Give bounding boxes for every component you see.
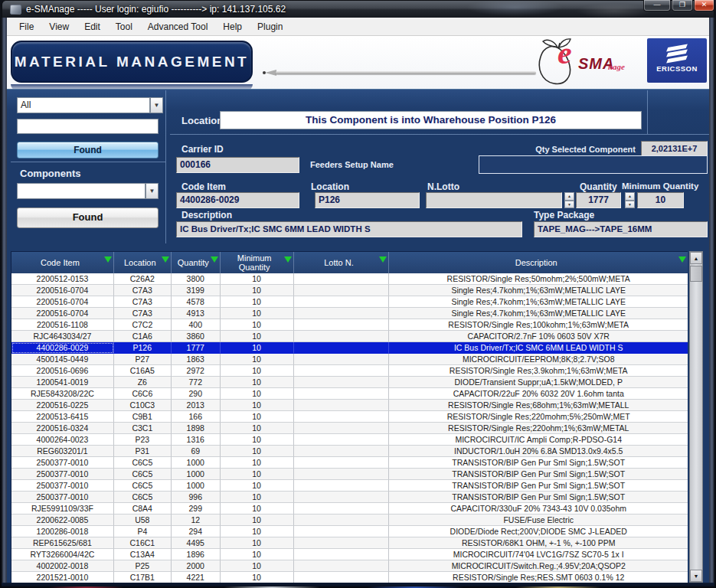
cell-lotto[interactable] xyxy=(294,377,390,388)
cell-lotto[interactable] xyxy=(294,469,390,480)
title-bar[interactable]: e-SMAnage ----- User login: egiufio ----… xyxy=(2,0,714,18)
cell-description[interactable]: TRANSISTOR/BIP Gen Pur Sml Sign;1.5W;SOT xyxy=(389,492,688,503)
cell-code-item[interactable]: REG603201/1 xyxy=(11,446,114,457)
cell-lotto[interactable] xyxy=(294,503,390,514)
cell-location[interactable]: C9B1 xyxy=(114,411,172,423)
cell-quantity[interactable]: 996 xyxy=(172,492,221,503)
cell-location[interactable]: C8A4 xyxy=(114,503,172,514)
table-row[interactable]: 2200516-0704C7A3319910Single Res;4.7kohm… xyxy=(11,285,688,296)
cell-description[interactable]: CAPACITOR/22uF 20% 6032 20V 1.6ohm tanta xyxy=(389,388,688,400)
cell-description[interactable]: RESISTOR/Single Res;100kohm;1%;63mW;META xyxy=(389,319,688,331)
cell-quantity[interactable]: 294 xyxy=(172,526,221,537)
cell-min-quantity[interactable]: 10 xyxy=(221,480,294,492)
table-row[interactable]: 4400286-0029P126177710IC Bus Driver/Tx;I… xyxy=(11,342,688,354)
cell-code-item[interactable]: 2500377-0010 xyxy=(11,492,114,503)
cell-lotto[interactable] xyxy=(294,365,390,377)
cell-code-item[interactable]: RJE5843208/22C xyxy=(11,388,114,400)
cell-quantity[interactable]: 166 xyxy=(172,411,221,423)
table-row[interactable]: RJE5991109/33FC8A429910CAPACITOR/330uF 2… xyxy=(11,503,688,514)
cell-lotto[interactable] xyxy=(294,434,390,446)
table-row[interactable]: 4500145-0449P27186310MICROCIRCUIT/EEPROM… xyxy=(11,354,688,365)
cell-description[interactable]: RESISTOR/Single Res;50mohm;2%;500mW;META xyxy=(389,273,688,285)
cell-quantity[interactable]: 1316 xyxy=(172,434,221,446)
cell-quantity[interactable]: 2013 xyxy=(172,400,221,411)
cell-lotto[interactable] xyxy=(294,537,390,549)
spinner-down-icon[interactable]: ▼ xyxy=(564,201,574,209)
code-item-field[interactable]: 4400286-0029 xyxy=(176,192,299,208)
table-row[interactable]: 2200516-0696C16A5297210RESISTOR/Single R… xyxy=(11,365,688,377)
cell-quantity[interactable]: 4495 xyxy=(172,537,221,549)
cell-quantity[interactable]: 4578 xyxy=(172,296,221,308)
cell-lotto[interactable] xyxy=(294,319,390,331)
cell-code-item[interactable]: 2500377-0010 xyxy=(11,457,114,469)
menu-tool[interactable]: Tool xyxy=(108,18,140,35)
cell-code-item[interactable]: 2500377-0010 xyxy=(11,480,114,492)
menu-advanced-tool[interactable]: Advanced Tool xyxy=(140,18,216,35)
cell-code-item[interactable]: 2500377-0010 xyxy=(11,469,114,480)
table-scrollbar[interactable]: ▲ ▼ xyxy=(689,251,703,583)
search-input[interactable] xyxy=(17,119,159,134)
cell-min-quantity[interactable]: 10 xyxy=(221,457,294,469)
spinner-up-icon[interactable]: ▲ xyxy=(564,192,574,201)
cell-description[interactable]: Single Res;4.7kohm;1%;63mW;METALLIC LAYE xyxy=(389,308,688,319)
cell-quantity[interactable]: 1777 xyxy=(172,342,221,354)
table-row[interactable]: REP615625/681C16C1449510RESISTOR/68K1 OH… xyxy=(11,537,688,549)
table-row[interactable]: REG603201/1P316910INDUCTOR/1.0uH 20% 6.8… xyxy=(11,446,688,457)
cell-code-item[interactable]: 2201521-0010 xyxy=(11,572,114,583)
cell-description[interactable]: Single Res;4.7kohm;1%;63mW;METALLIC LAYE xyxy=(389,296,688,308)
table-row[interactable]: 2500377-0010C6C5100010TRANSISTOR/BIP Gen… xyxy=(11,469,688,480)
cell-quantity[interactable]: 69 xyxy=(172,446,221,457)
cell-min-quantity[interactable]: 10 xyxy=(221,560,294,572)
cell-description[interactable]: IC Bus Driver/Tx;IC SMC 6MM LEAD WIDTH S xyxy=(389,342,688,354)
cell-quantity[interactable]: 1000 xyxy=(172,469,221,480)
cell-code-item[interactable]: 2200516-0696 xyxy=(11,365,114,377)
table-row[interactable]: 2500377-0010C6C599610TRANSISTOR/BIP Gen … xyxy=(11,492,688,503)
minimize-button[interactable]: — xyxy=(643,0,671,11)
cell-min-quantity[interactable]: 10 xyxy=(221,354,294,365)
spinner-up-icon[interactable]: ▲ xyxy=(625,192,635,201)
cell-lotto[interactable] xyxy=(294,446,390,457)
cell-quantity[interactable]: 1898 xyxy=(172,423,221,434)
cell-quantity[interactable]: 12 xyxy=(172,514,221,526)
cell-description[interactable]: INDUCTOR/1.0uH 20% 6.8A SMD13.0x9.4x5.5 xyxy=(389,446,688,457)
column-header-location[interactable]: Location xyxy=(114,252,172,273)
cell-lotto[interactable] xyxy=(294,492,390,503)
cell-min-quantity[interactable]: 10 xyxy=(221,331,294,342)
cell-location[interactable]: C16A5 xyxy=(114,365,172,377)
cell-description[interactable]: DIODE/Diode Rect;200V;DIODE SMC J-LEADED xyxy=(389,526,688,537)
cell-quantity[interactable]: 290 xyxy=(172,388,221,400)
menu-help[interactable]: Help xyxy=(215,18,250,35)
cell-min-quantity[interactable]: 10 xyxy=(221,446,294,457)
column-header-description[interactable]: Description xyxy=(389,252,688,273)
close-button[interactable]: ✕ xyxy=(694,0,714,11)
cell-lotto[interactable] xyxy=(294,296,390,308)
cell-min-quantity[interactable]: 10 xyxy=(221,423,294,434)
filter-dropdown-icon[interactable]: ▼ xyxy=(150,97,163,113)
cell-min-quantity[interactable]: 10 xyxy=(221,549,294,560)
cell-min-quantity[interactable]: 10 xyxy=(221,434,294,446)
cell-lotto[interactable] xyxy=(294,526,390,537)
menu-file[interactable]: File xyxy=(11,18,41,35)
cell-lotto[interactable] xyxy=(294,457,390,469)
cell-location[interactable]: P4 xyxy=(114,526,172,537)
cell-code-item[interactable]: RYT3266004/42C xyxy=(11,549,114,560)
cell-description[interactable]: MICROCIRCUIT/IC Ampli Comp;R-PDSO-G14 xyxy=(389,434,688,446)
cell-quantity[interactable]: 2000 xyxy=(172,560,221,572)
menu-edit[interactable]: Edit xyxy=(77,18,108,35)
cell-description[interactable]: CAPACITOR/330uF 20% 7343-43 10V 0.035ohm xyxy=(389,503,688,514)
cell-quantity[interactable]: 299 xyxy=(172,503,221,514)
cell-description[interactable]: MICROCIRCUIT/EEPROM;8K;8;2.7V;SO8 xyxy=(389,354,688,365)
table-row[interactable]: RJC4643034/27C1A6386010CAPACITOR/2.7nF 1… xyxy=(11,331,688,342)
cell-code-item[interactable]: 2200516-0324 xyxy=(11,423,114,434)
cell-location[interactable]: P25 xyxy=(114,560,172,572)
cell-location[interactable]: Z6 xyxy=(114,377,172,388)
cell-quantity[interactable]: 3860 xyxy=(172,331,221,342)
carrier-id-field[interactable]: 000166 xyxy=(176,157,299,173)
cell-min-quantity[interactable]: 10 xyxy=(221,503,294,514)
cell-code-item[interactable]: 2200513-6415 xyxy=(11,411,114,423)
cell-description[interactable]: Single Res;4.7kohm;1%;63mW;METALLIC LAYE xyxy=(389,285,688,296)
cell-min-quantity[interactable]: 10 xyxy=(221,342,294,354)
cell-min-quantity[interactable]: 10 xyxy=(221,400,294,411)
table-row[interactable]: 4002002-0018P25200010MICROCIRCUIT/Switch… xyxy=(11,560,688,572)
cell-lotto[interactable] xyxy=(294,560,390,572)
